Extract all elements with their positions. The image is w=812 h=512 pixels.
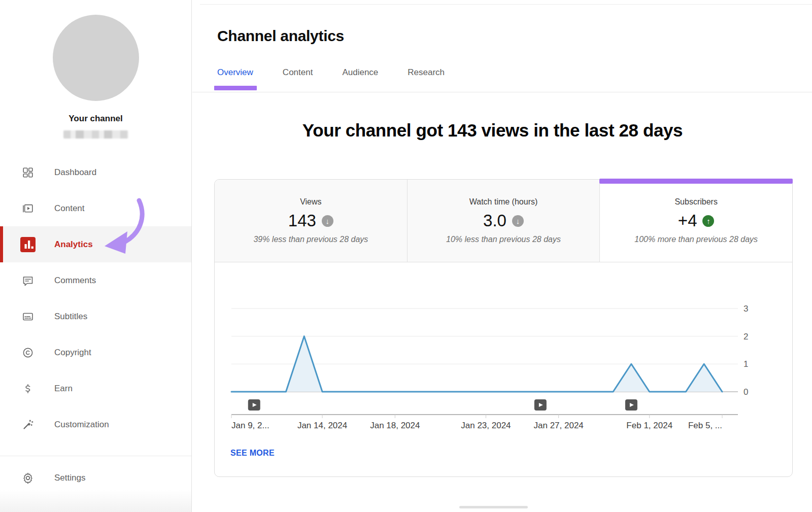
tab-label: Research [408,67,445,77]
chart-area: 0123Jan 9, 2...Jan 14, 2024Jan 18, 2024J… [215,262,793,434]
y-axis-tick-label: 2 [743,332,748,342]
sidebar-item-label: Subtitles [54,312,87,322]
x-axis-tick-label: Feb 1, 2024 [626,421,672,430]
x-axis-tick-label: Jan 18, 2024 [370,421,420,430]
sidebar-item-comments[interactable]: Comments [0,262,191,298]
tab-overview[interactable]: Overview [217,67,253,78]
channel-avatar[interactable] [53,15,139,101]
tab-audience[interactable]: Audience [342,67,378,78]
sidebar-item-label: Settings [54,473,85,483]
horizontal-scrollbar[interactable] [459,506,528,508]
sidebar-item-content[interactable]: Content [0,190,191,226]
youtube-studio-analytics-page: Your channel Dashboard [0,0,812,512]
trend-up-icon: ↑ [702,215,714,227]
metric-value: 3.0 [483,211,506,230]
y-axis-tick-label: 0 [743,387,748,397]
copyright-icon [20,345,36,360]
content-icon [20,201,36,216]
page-title: Channel analytics [217,27,344,45]
trend-down-icon: ↓ [512,215,524,227]
analytics-card: Views 143 ↓ 39% less than previous 28 da… [214,179,793,477]
x-axis-tick-label: Feb 5, ... [688,421,722,430]
tab-content[interactable]: Content [283,67,313,78]
x-axis-tick-label: Jan 14, 2024 [297,421,347,430]
tab-label: Overview [217,67,253,77]
analytics-icon [20,237,36,252]
tab-label: Content [283,67,313,77]
sidebar-item-label: Earn [54,384,73,394]
metric-delta: 39% less than previous 28 days [253,235,368,244]
metric-views[interactable]: Views 143 ↓ 39% less than previous 28 da… [215,180,408,262]
sidebar: Your channel Dashboard [0,0,192,512]
selected-metric-highlight [599,179,793,184]
y-axis-tick-label: 3 [743,304,748,314]
gear-icon [20,470,36,486]
channel-handle-redacted [63,130,128,139]
tabs-divider [192,92,812,92]
y-axis-tick-label: 1 [743,359,748,369]
sidebar-item-subtitles[interactable]: Subtitles [0,298,191,334]
metric-label: Watch time (hours) [469,197,538,207]
sidebar-item-label: Dashboard [54,167,96,178]
see-more-link[interactable]: SEE MORE [230,449,275,458]
x-axis-tick-label: Jan 9, 2... [231,421,269,430]
sidebar-divider [0,456,191,456]
summary-headline: Your channel got 143 views in the last 2… [192,120,793,141]
x-axis-tick-label: Jan 27, 2024 [534,421,584,430]
comments-icon [20,273,36,288]
metric-delta: 10% less than previous 28 days [446,235,561,244]
trend-down-icon: ↓ [322,215,333,227]
sidebar-item-dashboard[interactable]: Dashboard [0,154,191,190]
customization-icon [20,417,36,432]
sidebar-item-earn[interactable]: Earn [0,370,191,406]
sidebar-item-copyright[interactable]: Copyright [0,334,191,370]
your-channel-label: Your channel [0,114,191,124]
metric-tabs: Views 143 ↓ 39% less than previous 28 da… [215,180,792,262]
top-divider [200,4,812,5]
tab-research[interactable]: Research [408,67,445,78]
metric-subscribers[interactable]: Subscribers +4 ↑ 100% more than previous… [600,180,792,262]
sidebar-item-label: Analytics [54,240,93,250]
sidebar-item-label: Content [54,203,85,214]
dashboard-icon [20,165,36,180]
metric-label: Subscribers [674,197,717,207]
sidebar-item-label: Comments [54,276,96,286]
sidebar-item-label: Customization [54,420,109,430]
metric-delta: 100% more than previous 28 days [634,235,758,244]
earn-icon [20,381,36,396]
sidebar-item-settings[interactable]: Settings [0,460,191,496]
metric-label: Views [300,197,321,207]
metric-value: 143 [288,211,316,230]
x-axis-tick-label: Jan 23, 2024 [461,421,511,430]
active-tab-underline [214,86,257,90]
tab-label: Audience [342,67,378,77]
subscribers-chart: 0123Jan 9, 2...Jan 14, 2024Jan 18, 2024J… [215,262,793,434]
metric-value: +4 [678,211,697,230]
analytics-tabs: Overview Content Audience Research [217,67,445,78]
subtitles-icon [20,309,36,324]
sidebar-menu: Dashboard Content [0,154,191,496]
metric-watch-time[interactable]: Watch time (hours) 3.0 ↓ 10% less than p… [408,180,600,262]
main-content: Channel analytics Overview Content Audie… [192,0,812,512]
sidebar-item-customization[interactable]: Customization [0,406,191,442]
sidebar-item-analytics[interactable]: Analytics [0,226,191,262]
sidebar-item-label: Copyright [54,348,91,358]
